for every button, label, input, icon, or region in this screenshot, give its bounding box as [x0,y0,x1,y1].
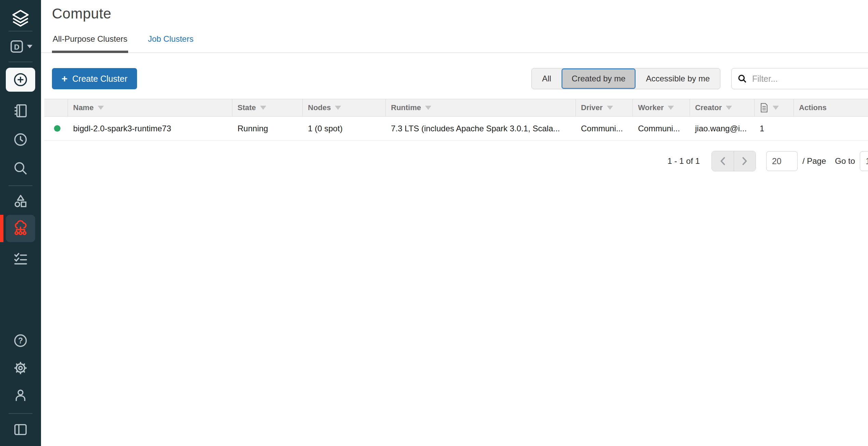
workspace-switcher[interactable]: D [6,36,35,57]
plus-icon: + [62,74,68,84]
checklist-icon [13,251,28,266]
document-icon [760,103,769,113]
sidebar-item-compute[interactable] [6,215,35,242]
filter-all-button[interactable]: All [532,68,561,89]
sidebar-item-jobs[interactable] [6,248,35,269]
data-shapes-icon [13,193,28,209]
page-title: Compute [52,5,868,22]
sort-caret-icon [607,106,613,110]
collapse-panel-icon [13,422,28,437]
cell-worker: Communi... [633,117,690,140]
table-row[interactable]: bigdl-2.0-spark3-runtime73 Running 1 (0 … [44,117,868,141]
clusters-cloud-icon [12,220,29,237]
header-name[interactable]: Name [68,99,232,116]
sort-caret-icon [260,106,266,110]
sidebar-item-account[interactable] [6,385,35,406]
sidebar-collapse-button[interactable] [6,419,35,440]
header-creator[interactable]: Creator [690,99,755,116]
gear-icon [13,360,28,376]
clock-icon [13,132,28,147]
next-page-button[interactable] [734,151,756,171]
sidebar-item-workspace[interactable] [6,101,35,121]
main-content: Compute All-Purpose Clusters Job Cluster… [41,0,868,446]
notebook-icon [13,103,28,119]
search-icon [13,160,28,176]
filter-accessible-by-me-button[interactable]: Accessible by me [636,68,720,89]
sidebar: D [0,0,41,446]
running-status-dot-icon [54,125,60,132]
pagination-range: 1 - 1 of 1 [667,156,700,166]
cell-creator: jiao.wang@i... [690,117,755,140]
header-driver[interactable]: Driver [576,99,633,116]
sort-caret-icon [425,106,431,110]
sidebar-item-data[interactable] [6,191,35,211]
databricks-logo[interactable] [6,7,35,31]
svg-text:?: ? [18,336,23,345]
header-runtime[interactable]: Runtime [386,99,576,116]
cell-runtime: 7.3 LTS (includes Apache Spark 3.0.1, Sc… [386,117,576,140]
sidebar-item-help[interactable]: ? [6,330,35,351]
plus-circle-icon [12,71,29,88]
filter-input[interactable] [752,74,868,84]
sort-caret-icon [773,106,779,110]
sidebar-divider [9,185,32,186]
tab-bar: All-Purpose Clusters Job Clusters [41,34,868,53]
filter-created-by-me-button[interactable]: Created by me [561,68,636,89]
previous-page-button[interactable] [712,151,734,171]
chevron-left-icon [719,157,726,166]
create-cluster-button[interactable]: + Create Cluster [52,68,137,89]
filter-search-box[interactable] [731,68,868,89]
cell-driver: Communi... [576,117,633,140]
goto-label: Go to [835,156,855,166]
sort-caret-icon [98,106,104,110]
header-notebooks[interactable] [755,99,794,116]
sidebar-divider [9,413,32,414]
cell-status [44,117,68,140]
cell-cluster-name[interactable]: bigdl-2.0-spark3-runtime73 [68,117,232,140]
sort-caret-icon [726,106,732,110]
workspace-badge-letter: D [14,43,19,51]
sidebar-item-recents[interactable] [6,129,35,150]
sidebar-item-search[interactable] [6,158,35,179]
search-icon [737,74,747,84]
app-window: D [0,0,868,446]
toolbar-filters: All Created by me Accessible by me [531,68,868,89]
header-nodes[interactable]: Nodes [303,99,386,116]
sidebar-divider [9,31,32,31]
chevron-right-icon [741,157,748,166]
header-actions: Actions [794,99,868,116]
active-indicator-bar [0,215,3,242]
header-status-column [44,99,68,116]
page-size-input[interactable] [766,151,798,171]
pagination-bar: 1 - 1 of 1 / Page Go to [41,151,868,171]
chevron-down-icon [27,45,32,48]
sidebar-item-settings[interactable] [6,358,35,378]
header-worker[interactable]: Worker [633,99,690,116]
cell-state: Running [232,117,303,140]
clusters-table: Name State Nodes Runtime Driver Worker [44,99,868,141]
toolbar: + Create Cluster All Created by me Acces… [52,68,868,89]
cell-actions [794,117,868,140]
goto-page-input[interactable] [860,151,868,171]
filter-segmented-control: All Created by me Accessible by me [531,68,720,89]
cell-notebooks-count: 1 [755,117,794,140]
table-header-row: Name State Nodes Runtime Driver Worker [44,99,868,117]
cell-nodes: 1 (0 spot) [303,117,386,140]
sort-caret-icon [335,106,341,110]
pagination-nav-group [711,151,756,171]
sidebar-divider [9,62,32,62]
sort-caret-icon [668,106,674,110]
tab-job-clusters[interactable]: Job Clusters [147,34,194,52]
create-cluster-label: Create Cluster [72,74,127,84]
user-icon [13,388,28,403]
sidebar-item-create-new[interactable] [6,68,35,92]
per-page-label: / Page [802,156,826,166]
help-icon: ? [13,333,28,349]
tab-all-purpose-clusters[interactable]: All-Purpose Clusters [52,34,128,53]
header-state[interactable]: State [232,99,303,116]
